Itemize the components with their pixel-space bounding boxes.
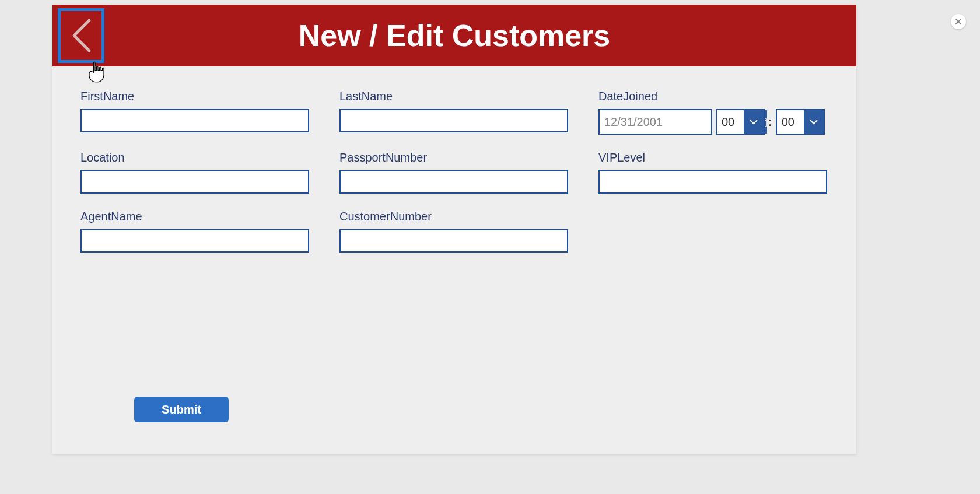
page-title: New / Edit Customers <box>52 18 856 53</box>
hour-dropdown-button[interactable] <box>744 110 764 134</box>
field-customernumber: CustomerNumber <box>340 210 568 253</box>
field-lastname: LastName <box>340 90 568 135</box>
close-button[interactable] <box>951 14 966 29</box>
time-separator: : <box>768 115 772 129</box>
field-viplevel: VIPLevel <box>598 151 827 194</box>
customernumber-label: CustomerNumber <box>340 210 568 223</box>
minute-value: 00 <box>777 110 804 134</box>
close-icon <box>955 18 962 25</box>
field-firstname: FirstName <box>80 90 309 135</box>
modal-container: New / Edit Customers FirstName LastName … <box>52 5 856 454</box>
hour-value: 00 <box>717 110 744 134</box>
form-area: FirstName LastName DateJoined <box>52 66 856 253</box>
chevron-down-icon <box>809 118 818 125</box>
firstname-input[interactable] <box>80 109 309 132</box>
header-bar: New / Edit Customers <box>52 5 856 66</box>
chevron-left-icon <box>69 17 93 54</box>
date-input-wrap <box>598 109 712 135</box>
field-agentname: AgentName <box>80 210 309 253</box>
location-input[interactable] <box>80 170 309 194</box>
minute-dropdown-button[interactable] <box>804 110 824 134</box>
field-datejoined: DateJoined 00 <box>598 90 827 135</box>
agentname-input[interactable] <box>80 229 309 253</box>
viplevel-label: VIPLevel <box>598 151 827 164</box>
chevron-down-icon <box>749 118 758 125</box>
submit-button[interactable]: Submit <box>134 397 229 422</box>
field-passportnumber: PassportNumber <box>340 151 568 194</box>
location-label: Location <box>80 151 309 164</box>
back-button[interactable] <box>58 8 104 63</box>
lastname-label: LastName <box>340 90 568 103</box>
viplevel-input[interactable] <box>598 170 827 194</box>
firstname-label: FirstName <box>80 90 309 103</box>
customernumber-input[interactable] <box>340 229 568 253</box>
datejoined-row: 00 : 00 <box>598 109 827 135</box>
datejoined-label: DateJoined <box>598 90 827 103</box>
minute-select[interactable]: 00 <box>776 109 825 135</box>
cursor-icon <box>86 53 96 62</box>
passportnumber-input[interactable] <box>340 170 568 194</box>
hour-select[interactable]: 00 <box>716 109 765 135</box>
agentname-label: AgentName <box>80 210 309 223</box>
lastname-input[interactable] <box>340 109 568 132</box>
passportnumber-label: PassportNumber <box>340 151 568 164</box>
field-location: Location <box>80 151 309 194</box>
